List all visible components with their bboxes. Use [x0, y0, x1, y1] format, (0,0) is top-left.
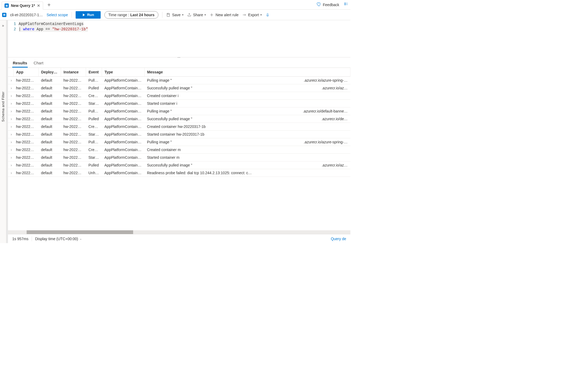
- editor-gutter: 1 2: [8, 20, 19, 57]
- table-row[interactable]: ›hw-20220317-1bdefaulthw-20220317-1…Star…: [8, 100, 350, 107]
- tab-title: New Query 1*: [11, 3, 35, 8]
- cell-deployment: default: [38, 169, 61, 177]
- close-icon[interactable]: ✕: [37, 3, 40, 8]
- save-button[interactable]: Save ▾: [166, 13, 183, 17]
- results-table-container: App Deployment Instance Event Type Messa…: [8, 68, 350, 234]
- table-row[interactable]: ›hw-20220317-1bdefaulthw-20220317-1…Unhe…: [8, 169, 350, 177]
- pin-button[interactable]: [265, 13, 270, 17]
- tab-results[interactable]: Results: [12, 59, 28, 68]
- horizontal-scrollbar[interactable]: [8, 230, 350, 234]
- cell-instance: hw-20220317-1…: [61, 115, 86, 123]
- table-row[interactable]: ›hw-20220317-1bdefaulthw-20220317-1…Pull…: [8, 77, 350, 84]
- export-button[interactable]: Export ▾: [242, 13, 262, 17]
- run-button[interactable]: Run: [76, 11, 101, 19]
- cell-deployment: default: [38, 84, 61, 92]
- feedback-label: Feedback: [323, 3, 339, 7]
- sidebar-label[interactable]: Schema and Filter: [1, 91, 5, 122]
- cell-instance: hw-20220317-1…: [61, 92, 86, 100]
- expand-cell[interactable]: ›: [8, 92, 13, 100]
- table-row[interactable]: ›hw-20220317-1bdefaulthw-20220317-1…Crea…: [8, 146, 350, 154]
- cell-instance: hw-20220317-1…: [61, 100, 86, 107]
- sidebar-expand-icon[interactable]: »: [2, 23, 4, 28]
- statusbar: 1s 957ms Display time (UTC+00:00) ⌄ Quer…: [8, 234, 350, 243]
- expand-cell[interactable]: ›: [8, 154, 13, 161]
- expand-cell[interactable]: ›: [8, 100, 13, 107]
- cell-message: Started container hw-20220317-1b: [144, 131, 350, 138]
- run-label: Run: [87, 13, 94, 17]
- display-time-picker[interactable]: Display time (UTC+00:00) ⌄: [35, 237, 82, 241]
- feedback-button[interactable]: Feedback: [317, 2, 339, 7]
- expand-cell[interactable]: ›: [8, 84, 13, 92]
- share-button[interactable]: Share ▾: [187, 13, 206, 17]
- col-instance[interactable]: Instance: [61, 68, 86, 77]
- cell-instance: hw-20220317-1…: [61, 107, 86, 115]
- select-scope-link[interactable]: Select scope: [47, 13, 68, 17]
- scrollbar-thumb[interactable]: [27, 230, 133, 234]
- table-row[interactable]: ›hw-20220317-1bdefaulthw-20220317-1…Pull…: [8, 115, 350, 123]
- expand-cell[interactable]: ›: [8, 77, 13, 84]
- col-app[interactable]: App: [13, 68, 38, 77]
- queries-icon[interactable]: [344, 2, 348, 7]
- cell-instance: hw-20220317-1…: [61, 169, 86, 177]
- col-expand[interactable]: [8, 68, 13, 77]
- col-type[interactable]: Type: [102, 68, 144, 77]
- table-row[interactable]: ›hw-20220317-1bdefaulthw-20220317-1…Pull…: [8, 84, 350, 92]
- export-icon: [242, 13, 247, 17]
- scope-text[interactable]: cli-et-20220317-1…: [10, 13, 43, 17]
- expand-cell[interactable]: ›: [8, 115, 13, 123]
- expand-cell[interactable]: ›: [8, 123, 13, 131]
- table-row[interactable]: ›hw-20220317-1bdefaulthw-20220317-1…Pull…: [8, 138, 350, 146]
- table-row[interactable]: ›hw-20220317-1bdefaulthw-20220317-1…Star…: [8, 131, 350, 138]
- table-row[interactable]: ›hw-20220317-1bdefaulthw-20220317-1…Crea…: [8, 123, 350, 131]
- cell-type: AppPlatformContainerEventLogs: [102, 138, 144, 146]
- divider: [162, 12, 162, 18]
- query-editor[interactable]: 1 2 AppPlatformContainerEventLogs | wher…: [8, 20, 350, 57]
- heart-icon: [317, 2, 321, 7]
- pane-splitter[interactable]: …: [178, 55, 181, 57]
- cell-app: hw-20220317-1b: [13, 146, 38, 154]
- cell-event: Created: [86, 146, 102, 154]
- chevron-down-icon: ▾: [204, 13, 206, 16]
- cell-type: AppPlatformContainerEventLogs: [102, 154, 144, 161]
- cell-app: hw-20220317-1b: [13, 115, 38, 123]
- cell-deployment: default: [38, 100, 61, 107]
- cell-deployment: default: [38, 146, 61, 154]
- scope-icon: ⊞: [2, 13, 6, 17]
- table-row[interactable]: ›hw-20220317-1bdefaulthw-20220317-1…Pull…: [8, 107, 350, 115]
- tab-chart[interactable]: Chart: [33, 59, 44, 68]
- svg-rect-0: [345, 3, 346, 4]
- pin-icon: [265, 13, 270, 17]
- timerange-picker[interactable]: Time range : Last 24 hours: [104, 11, 158, 19]
- editor-code[interactable]: AppPlatformContainerEventLogs | where Ap…: [19, 20, 88, 57]
- table-row[interactable]: ›hw-20220317-1bdefaulthw-20220317-1…Star…: [8, 154, 350, 161]
- col-deployment[interactable]: Deployment: [38, 68, 61, 77]
- schema-sidebar-collapsed: » Schema and Filter: [0, 20, 6, 243]
- cell-type: AppPlatformContainerEventLogs: [102, 77, 144, 84]
- cell-event: Pulling: [86, 107, 102, 115]
- cell-message: Successfully pulled image ".azurecr.io/d…: [144, 115, 350, 123]
- expand-cell[interactable]: ›: [8, 169, 13, 177]
- cell-event: Started: [86, 100, 102, 107]
- new-tab-button[interactable]: ＋: [44, 1, 54, 8]
- cell-instance: hw-20220317-1…: [61, 154, 86, 161]
- new-alert-button[interactable]: New alert rule: [210, 13, 238, 17]
- table-row[interactable]: ›hw-20220317-1bdefaulthw-20220317-1…Crea…: [8, 92, 350, 100]
- cell-message: Pulling image ".azurecr.io/default-banne…: [144, 107, 350, 115]
- col-event[interactable]: Event: [86, 68, 102, 77]
- cell-deployment: default: [38, 77, 61, 84]
- cell-app: hw-20220317-1b: [13, 107, 38, 115]
- expand-cell[interactable]: ›: [8, 131, 13, 138]
- query-tab-active[interactable]: ⊞ New Query 1* ✕: [2, 2, 43, 10]
- expand-cell[interactable]: ›: [8, 107, 13, 115]
- cell-type: AppPlatformContainerEventLogs: [102, 107, 144, 115]
- table-row[interactable]: ›hw-20220317-1bdefaulthw-20220317-1…Pull…: [8, 161, 350, 169]
- timerange-label: Time range :: [108, 13, 129, 17]
- cell-instance: hw-20220317-1…: [61, 131, 86, 138]
- col-message[interactable]: Message: [144, 68, 350, 77]
- status-query-link[interactable]: Query de: [331, 237, 346, 241]
- expand-cell[interactable]: ›: [8, 138, 13, 146]
- query-tabbar: ⊞ New Query 1* ✕ ＋ Feedback: [0, 0, 350, 10]
- cell-event: Started: [86, 154, 102, 161]
- expand-cell[interactable]: ›: [8, 146, 13, 154]
- expand-cell[interactable]: ›: [8, 161, 13, 169]
